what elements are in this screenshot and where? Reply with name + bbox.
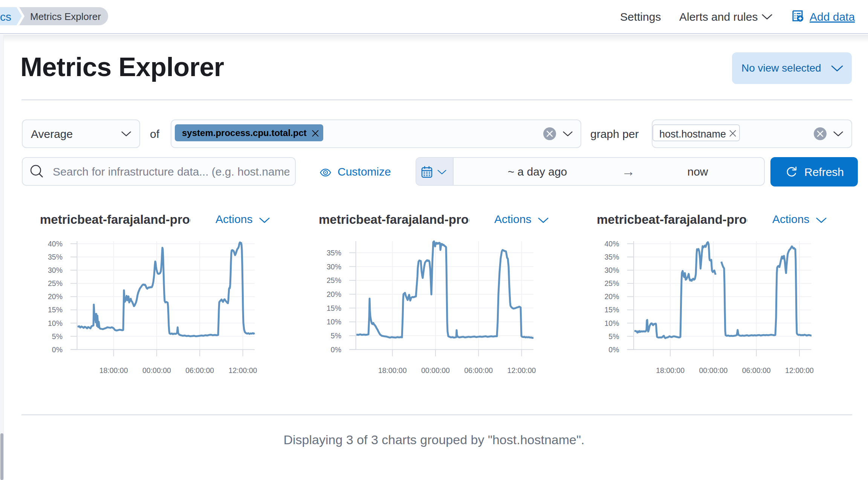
svg-text:5%: 5% xyxy=(331,332,341,340)
svg-text:10%: 10% xyxy=(48,319,63,327)
svg-text:40%: 40% xyxy=(48,240,63,248)
svg-text:00:00:00: 00:00:00 xyxy=(142,366,171,375)
svg-text:25%: 25% xyxy=(327,276,341,284)
svg-text:12:00:00: 12:00:00 xyxy=(507,366,536,375)
svg-text:30%: 30% xyxy=(604,266,619,274)
svg-text:00:00:00: 00:00:00 xyxy=(699,366,727,375)
svg-text:35%: 35% xyxy=(604,253,619,261)
svg-text:0%: 0% xyxy=(608,345,619,354)
svg-text:06:00:00: 06:00:00 xyxy=(464,366,493,375)
svg-text:20%: 20% xyxy=(604,292,619,301)
svg-text:00:00:00: 00:00:00 xyxy=(421,366,450,375)
svg-text:06:00:00: 06:00:00 xyxy=(742,366,771,375)
svg-text:5%: 5% xyxy=(52,332,63,341)
svg-text:35%: 35% xyxy=(48,253,63,261)
svg-text:15%: 15% xyxy=(327,304,341,312)
svg-text:06:00:00: 06:00:00 xyxy=(185,366,214,375)
svg-text:10%: 10% xyxy=(604,319,619,327)
svg-text:15%: 15% xyxy=(604,306,619,314)
svg-text:25%: 25% xyxy=(604,279,619,287)
svg-text:12:00:00: 12:00:00 xyxy=(229,366,257,375)
svg-text:18:00:00: 18:00:00 xyxy=(99,366,128,375)
svg-text:18:00:00: 18:00:00 xyxy=(378,366,407,375)
svg-text:30%: 30% xyxy=(48,266,63,274)
svg-text:0%: 0% xyxy=(331,345,341,354)
svg-text:35%: 35% xyxy=(327,249,341,257)
svg-text:20%: 20% xyxy=(48,292,63,301)
svg-text:12:00:00: 12:00:00 xyxy=(785,366,814,375)
svg-text:5%: 5% xyxy=(608,332,619,341)
svg-text:18:00:00: 18:00:00 xyxy=(656,366,685,375)
svg-text:15%: 15% xyxy=(48,306,63,314)
svg-text:20%: 20% xyxy=(327,290,341,298)
svg-text:10%: 10% xyxy=(327,318,341,326)
svg-text:40%: 40% xyxy=(604,240,619,248)
svg-text:25%: 25% xyxy=(48,279,63,287)
svg-text:30%: 30% xyxy=(327,263,341,271)
svg-text:0%: 0% xyxy=(52,345,63,354)
